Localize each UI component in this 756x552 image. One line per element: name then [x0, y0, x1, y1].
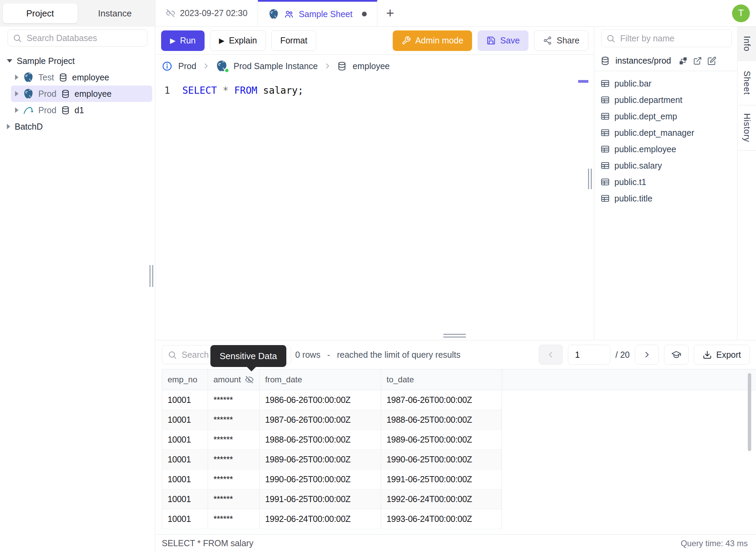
row-count: 0 rows — [295, 350, 321, 360]
cell-masked: ****** — [208, 470, 259, 489]
table-list-item[interactable]: public.salary — [594, 157, 737, 174]
database-label: d1 — [75, 105, 84, 115]
sidebar-resize-handle[interactable] — [149, 265, 153, 287]
avatar[interactable]: T — [732, 4, 750, 22]
play-icon: ▶ — [219, 37, 224, 45]
database-icon — [63, 106, 68, 114]
tree-project-sample[interactable]: Sample Project — [3, 53, 152, 69]
prev-page-button[interactable] — [539, 345, 563, 365]
table-list-item[interactable]: public.dept_manager — [594, 124, 737, 141]
tab-unsaved-sheet[interactable]: 2023-09-27 02:30 — [156, 0, 258, 26]
table-icon — [602, 130, 609, 136]
info-icon[interactable] — [163, 62, 171, 70]
tab-sample-sheet[interactable]: Sample Sheet — [258, 0, 377, 26]
cell: 1992-06-24T00:00:00Z — [381, 489, 502, 509]
run-label: Run — [180, 36, 196, 45]
table-list-item[interactable]: public.bar — [594, 75, 737, 92]
database-search-input[interactable] — [26, 33, 142, 43]
cell: 1989-06-25T00:00:00Z — [381, 430, 502, 449]
breadcrumb: Prod Prod Sample Instance employee — [156, 55, 594, 77]
eye-off-icon[interactable] — [246, 376, 253, 383]
chevron-right-icon[interactable] — [15, 91, 18, 96]
share-icon — [544, 37, 551, 44]
table-row[interactable]: 10001******1992-06-24T00:00:00Z1993-06-2… — [162, 509, 502, 529]
rail-tab-sheet[interactable]: Sheet — [738, 61, 756, 105]
tree-project-label: BatchD — [15, 122, 43, 132]
run-button[interactable]: ▶ Run — [161, 30, 205, 51]
database-icon — [60, 74, 66, 81]
column-header-amount[interactable]: amount — [208, 369, 259, 390]
format-button[interactable]: Format — [271, 30, 316, 51]
breadcrumb-environment[interactable]: Prod — [178, 61, 196, 71]
edit-icon[interactable] — [708, 57, 716, 65]
schema-panel: instances/prod public.bar public.departm… — [594, 27, 738, 340]
table-row[interactable]: 10001******1987-06-26T00:00:00Z1988-06-2… — [162, 410, 502, 430]
new-tab-button[interactable]: + — [377, 0, 403, 26]
tree-db-prod-employee[interactable]: Prod employee — [11, 86, 152, 102]
chevron-right-icon[interactable] — [15, 107, 18, 113]
chevron-right-icon[interactable] — [15, 75, 18, 80]
results-row-info: 0 rows - reached the limit of query resu… — [295, 350, 460, 360]
database-search[interactable] — [8, 29, 147, 47]
tree-project-batchd[interactable]: BatchD — [3, 118, 152, 135]
schema-filter[interactable] — [601, 29, 732, 47]
table-list-item[interactable]: public.department — [594, 92, 737, 108]
table-list-item[interactable]: public.t1 — [594, 174, 737, 190]
schema-filter-input[interactable] — [620, 33, 727, 44]
save-button[interactable]: Save — [478, 30, 529, 51]
search-icon — [608, 35, 614, 42]
visualize-button[interactable] — [664, 345, 689, 365]
tree-db-test-employee[interactable]: Test employee — [11, 69, 152, 86]
table-row[interactable]: 10001******1988-06-25T00:00:00Z1989-06-2… — [162, 430, 502, 450]
cell: 1993-06-24T00:00:00Z — [381, 509, 502, 529]
tab-project[interactable]: Project — [3, 3, 78, 23]
export-label: Export — [716, 350, 741, 360]
table-list-item[interactable]: public.dept_emp — [594, 108, 737, 124]
table-row[interactable]: 10001******1989-06-25T00:00:00Z1990-06-2… — [162, 450, 502, 470]
results-toolbar: Sensitive Data 0 rows - reached the limi… — [156, 340, 756, 369]
table-row[interactable]: 10001******1990-06-25T00:00:00Z1991-06-2… — [162, 470, 502, 489]
chevron-right-icon[interactable] — [7, 124, 10, 129]
next-page-button[interactable] — [635, 345, 659, 365]
handle-bar — [443, 334, 466, 335]
environment-label: Prod — [38, 105, 56, 115]
cell-masked: ****** — [208, 450, 259, 469]
column-header-from-date[interactable]: from_date — [259, 369, 381, 390]
share-button[interactable]: Share — [534, 30, 588, 51]
chevron-right-icon — [646, 352, 648, 357]
results-scrollbar[interactable] — [748, 373, 751, 451]
explain-button[interactable]: ▶ Explain — [210, 30, 266, 51]
line-number: 1 — [156, 85, 182, 96]
table-list-item[interactable]: public.title — [594, 190, 737, 207]
schema-diagram-icon[interactable] — [679, 57, 687, 64]
database-tree: Sample Project Test employee Prod employ… — [0, 49, 155, 139]
panel-resize-handle[interactable] — [588, 169, 592, 189]
export-button[interactable]: Export — [694, 345, 750, 365]
page-number-input[interactable] — [568, 345, 610, 365]
handle-bar — [152, 265, 153, 287]
handle-bar — [149, 265, 151, 287]
breadcrumb-database[interactable]: employee — [353, 61, 390, 71]
cell-masked: ****** — [208, 509, 259, 529]
tree-db-prod-d1[interactable]: Prod d1 — [11, 102, 152, 118]
rail-tab-info[interactable]: Info — [738, 27, 756, 61]
table-name: public.salary — [614, 161, 662, 171]
postgres-icon — [24, 89, 32, 98]
results-resize-handle[interactable] — [443, 334, 466, 338]
cell: 10001 — [162, 450, 208, 469]
breadcrumb-instance[interactable]: Prod Sample Instance — [234, 61, 318, 71]
column-header-emp-no[interactable]: emp_no — [162, 369, 208, 390]
table-row[interactable]: 10001******1986-06-26T00:00:00Z1987-06-2… — [162, 390, 502, 410]
rail-tab-history[interactable]: History — [738, 105, 756, 150]
table-row[interactable]: 10001******1991-06-25T00:00:00Z1992-06-2… — [162, 489, 502, 509]
sql-editor[interactable]: 1SELECT * FROM salary; — [156, 77, 594, 340]
admin-mode-button[interactable]: Admin mode — [393, 30, 472, 51]
tab-instance[interactable]: Instance — [78, 3, 153, 23]
cell: 10001 — [162, 430, 208, 449]
table-name: public.t1 — [614, 177, 646, 187]
table-list-item[interactable]: public.employee — [594, 141, 737, 157]
external-link-icon[interactable] — [694, 57, 701, 64]
results-grid: emp_no amount from_date to_date 10001***… — [162, 369, 756, 529]
column-header-to-date[interactable]: to_date — [381, 369, 502, 390]
chevron-down-icon[interactable] — [7, 59, 12, 63]
